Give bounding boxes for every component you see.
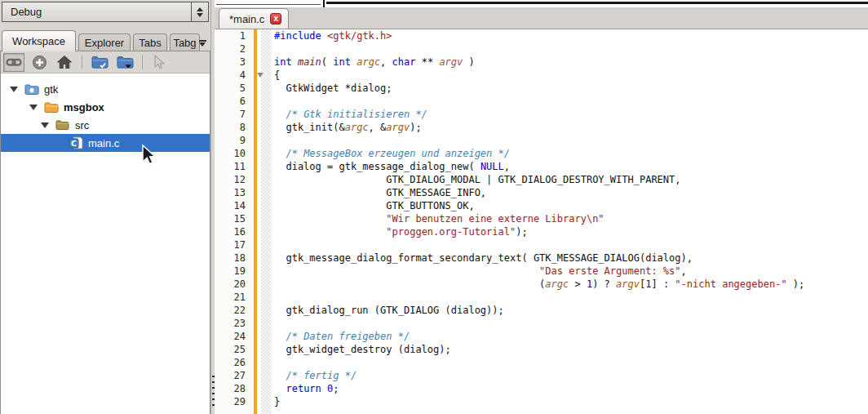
line-number[interactable]: 11 bbox=[215, 160, 250, 173]
fold-cell bbox=[250, 160, 268, 173]
code-line-18: 18 gtk_message_dialog_format_secondary_t… bbox=[215, 252, 868, 265]
tree-item-gtk[interactable]: gtk bbox=[1, 80, 210, 98]
code-text[interactable] bbox=[268, 317, 274, 330]
line-number[interactable]: 24 bbox=[215, 330, 250, 343]
pointer-icon[interactable] bbox=[149, 53, 170, 72]
stepper-down-icon[interactable] bbox=[197, 13, 203, 17]
home-icon[interactable] bbox=[54, 53, 75, 72]
code-text[interactable] bbox=[268, 291, 274, 304]
line-number[interactable]: 18 bbox=[215, 252, 250, 265]
line-number[interactable]: 16 bbox=[215, 225, 250, 238]
code-line-16: 16 "proggen.org-Tutorial"); bbox=[215, 225, 868, 238]
code-text[interactable]: /* Gtk initialisieren */ bbox=[268, 108, 427, 121]
code-text[interactable]: "proggen.org-Tutorial"); bbox=[268, 225, 528, 238]
fold-marker-icon[interactable] bbox=[250, 69, 268, 82]
code-text[interactable]: GTK_DIALOG_MODAL | GTK_DIALOG_DESTROY_WI… bbox=[268, 173, 681, 186]
line-number[interactable]: 20 bbox=[215, 278, 250, 291]
tab-overflow-arrow-icon[interactable] bbox=[197, 40, 207, 47]
code-text[interactable] bbox=[268, 134, 274, 147]
stepper-up-icon[interactable] bbox=[197, 7, 203, 11]
tab-tabgroups[interactable]: Tabg bbox=[170, 33, 200, 51]
fold-cell bbox=[250, 42, 268, 56]
line-number[interactable]: 15 bbox=[215, 212, 250, 225]
code-text[interactable]: gtk_widget_destroy (dialog); bbox=[268, 343, 451, 356]
line-number[interactable]: 21 bbox=[215, 291, 250, 304]
combo-stepper[interactable] bbox=[191, 2, 208, 21]
line-number[interactable]: 4 bbox=[215, 69, 250, 82]
line-number[interactable]: 1 bbox=[215, 29, 250, 42]
code-text[interactable]: } bbox=[268, 395, 280, 408]
code-text[interactable]: GTK_BUTTONS_OK, bbox=[268, 199, 475, 212]
project-icon bbox=[44, 100, 59, 114]
line-number[interactable]: 7 bbox=[215, 108, 250, 121]
code-text[interactable] bbox=[268, 356, 274, 369]
code-line-2: 2 bbox=[215, 42, 868, 56]
expander-icon[interactable] bbox=[7, 87, 20, 92]
fold-cell bbox=[250, 382, 268, 395]
code-text[interactable]: GTK_MESSAGE_INFO, bbox=[268, 186, 486, 199]
code-text[interactable] bbox=[268, 42, 274, 56]
expander-icon[interactable] bbox=[27, 105, 40, 110]
code-text[interactable]: GtkWidget *dialog; bbox=[268, 82, 392, 95]
line-number[interactable]: 14 bbox=[215, 199, 250, 212]
code-text[interactable]: (argc > 1) ? argv[1] : "-nicht angegeben… bbox=[268, 278, 804, 291]
expander-icon[interactable] bbox=[38, 122, 51, 128]
line-number[interactable]: 13 bbox=[215, 186, 250, 199]
folder-icon bbox=[55, 118, 70, 131]
line-number[interactable]: 19 bbox=[215, 265, 250, 278]
code-text[interactable]: #include <gtk/gtk.h> bbox=[268, 29, 392, 42]
tab-tabs[interactable]: Tabs bbox=[133, 33, 167, 51]
code-text[interactable] bbox=[268, 95, 274, 108]
line-number[interactable]: 12 bbox=[215, 173, 250, 186]
code-text[interactable]: "Das erste Argument: %s", bbox=[268, 265, 687, 278]
line-number[interactable]: 25 bbox=[215, 343, 250, 356]
code-text[interactable]: { bbox=[268, 69, 280, 82]
chain-link-icon[interactable] bbox=[3, 53, 24, 72]
code-text[interactable]: gtk_init(&argc, &argv); bbox=[268, 121, 422, 134]
code-text[interactable]: /* Daten freigeben */ bbox=[268, 330, 410, 343]
line-number[interactable]: 26 bbox=[215, 356, 250, 369]
code-text[interactable]: return 0; bbox=[268, 382, 339, 395]
line-number[interactable]: 29 bbox=[215, 395, 250, 408]
toolbar-separator bbox=[82, 55, 82, 69]
fold-cell bbox=[250, 199, 268, 212]
line-number[interactable]: 3 bbox=[215, 56, 250, 69]
code-text[interactable]: /* MessageBox erzeugen und anzeigen */ bbox=[268, 147, 510, 160]
tree-item-src[interactable]: src bbox=[1, 116, 210, 134]
line-number[interactable]: 10 bbox=[215, 147, 250, 160]
plus-circle-icon[interactable] bbox=[29, 53, 50, 72]
tab-explorer[interactable]: Explorer bbox=[78, 33, 131, 51]
tree-item-msgbox[interactable]: msgbox bbox=[1, 98, 210, 116]
folder-dropdown-icon[interactable] bbox=[114, 53, 135, 72]
code-line-26: 26 bbox=[215, 356, 868, 369]
tab-workspace[interactable]: Workspace bbox=[2, 30, 76, 51]
line-number[interactable]: 28 bbox=[215, 382, 250, 395]
close-tab-icon[interactable]: x bbox=[270, 13, 281, 24]
line-number[interactable]: 2 bbox=[215, 42, 250, 56]
folder-check-icon[interactable] bbox=[89, 53, 110, 72]
editor-tab-main-c[interactable]: *main.c x bbox=[219, 8, 289, 29]
code-text[interactable]: gtk_message_dialog_format_secondary_text… bbox=[268, 252, 693, 265]
code-text[interactable]: "Wir benutzen eine externe Library\n" bbox=[268, 212, 604, 225]
fold-cell bbox=[250, 265, 268, 278]
code-line-27: 27 /* fertig */ bbox=[215, 369, 868, 382]
fold-cell bbox=[250, 121, 268, 134]
line-number[interactable]: 23 bbox=[215, 317, 250, 330]
fold-cell bbox=[250, 173, 268, 186]
code-editor[interactable]: 1#include <gtk/gtk.h>23int main( int arg… bbox=[215, 29, 868, 414]
line-number[interactable]: 9 bbox=[215, 134, 250, 147]
line-number[interactable]: 17 bbox=[215, 238, 250, 252]
build-config-combo[interactable]: Debug bbox=[2, 2, 209, 22]
line-number[interactable]: 5 bbox=[215, 82, 250, 95]
code-text[interactable]: gtk_dialog_run (GTK_DIALOG (dialog)); bbox=[268, 304, 504, 317]
code-text[interactable]: int main( int argc, char ** argv ) bbox=[268, 56, 475, 69]
code-text[interactable]: dialog = gtk_message_dialog_new( NULL, bbox=[268, 160, 510, 173]
line-number[interactable]: 22 bbox=[215, 304, 250, 317]
line-number[interactable]: 27 bbox=[215, 369, 250, 382]
line-number[interactable]: 6 bbox=[215, 95, 250, 108]
line-number[interactable]: 8 bbox=[215, 121, 250, 134]
code-text[interactable]: /* fertig */ bbox=[268, 369, 356, 382]
code-line-13: 13 GTK_MESSAGE_INFO, bbox=[215, 186, 868, 199]
code-text[interactable] bbox=[268, 238, 274, 252]
tree-item-main.c[interactable]: Cmain.c bbox=[1, 134, 210, 152]
